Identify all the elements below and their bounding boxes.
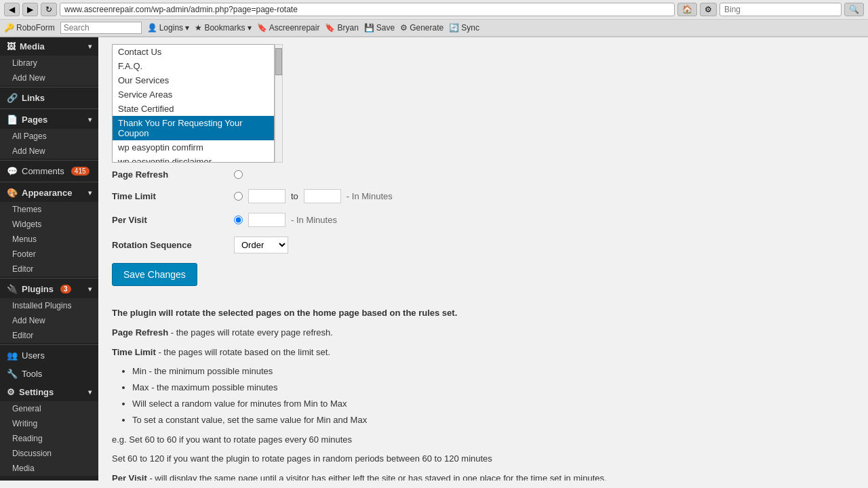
comments-icon: 💬	[7, 166, 18, 176]
sidebar-item-menus[interactable]: Menus	[0, 232, 98, 247]
rotation-sequence-select[interactable]: Order Random	[234, 237, 288, 253]
sidebar-sub-appearance: Themes Widgets Menus Footer Editor	[0, 202, 98, 277]
sidebar-item-comments[interactable]: 💬 Comments 415	[0, 162, 98, 180]
sidebar-sub-media: Library Add New	[0, 56, 98, 85]
generate-icon: ⚙	[400, 23, 408, 33]
sidebar-item-settings[interactable]: ⚙ Settings ▾	[0, 383, 98, 401]
page-refresh-label: Page Refresh	[112, 169, 234, 180]
dropdown-item-easyoptin-comfirm[interactable]: wp easyoptin comfirm	[113, 140, 274, 155]
sidebar-item-users[interactable]: 👥 Users	[0, 346, 98, 365]
time-limit-minutes-label: - In Minutes	[347, 191, 393, 201]
page-refresh-desc-bold: Page Refresh	[112, 327, 168, 338]
dropdown-scrollbar[interactable]	[275, 44, 283, 163]
per-visit-desc-text: - will display the same page until a vis…	[149, 473, 606, 481]
bookmarks-icon: ★	[195, 23, 202, 33]
sidebar-item-add-new-plugin[interactable]: Add New	[0, 313, 98, 328]
sidebar-item-pages[interactable]: 📄 Pages ▾	[0, 110, 98, 129]
refresh-button[interactable]: ↻	[41, 3, 57, 16]
sidebar-item-library[interactable]: Library	[0, 56, 98, 70]
bullet-min: Min - the minimum possible minutes	[132, 365, 854, 379]
address-bar[interactable]	[60, 3, 675, 16]
sidebar-sub-plugins: Installed Plugins Add New Editor	[0, 298, 98, 343]
bm-ascreenrepair[interactable]: 🔖 Ascreenrepair	[257, 23, 320, 33]
page-refresh-desc: Page Refresh - the pages will rotate eve…	[112, 326, 854, 340]
sidebar-item-writing[interactable]: Writing	[0, 416, 98, 431]
sidebar-item-installed-plugins[interactable]: Installed Plugins	[0, 298, 98, 313]
per-visit-desc-bold: Per Visit	[112, 473, 147, 481]
sidebar-item-media-settings[interactable]: Media	[0, 461, 98, 476]
tools-icon: 🔧	[7, 369, 18, 379]
divider-4	[0, 182, 98, 182]
page-dropdown[interactable]: Contact Us F.A.Q. Our Services Service A…	[112, 44, 275, 163]
time-limit-radio[interactable]	[234, 192, 243, 201]
sidebar-item-plugin-editor[interactable]: Editor	[0, 328, 98, 343]
form-area: Page Refresh Time Limit to - In Minutes	[98, 163, 868, 306]
bm-generate[interactable]: ⚙ Generate	[400, 23, 443, 33]
plugins-icon: 🔌	[7, 284, 18, 294]
bm-bryan[interactable]: 🔖 Bryan	[325, 23, 358, 33]
time-limit-label: Time Limit	[112, 191, 234, 201]
divider-5	[0, 278, 98, 279]
scrollbar-thumb	[275, 48, 282, 75]
bullet-max: Max - the maximum possible minutes	[132, 381, 854, 395]
sync-icon: 🔄	[449, 23, 459, 33]
forward-button[interactable]: ▶	[22, 3, 38, 16]
dropdown-item-state-certified[interactable]: State Certified	[113, 102, 274, 116]
plugins-arrow: ▾	[88, 285, 92, 293]
per-visit-input[interactable]	[248, 213, 285, 227]
sidebar-item-general[interactable]: General	[0, 401, 98, 416]
dropdown-item-faq[interactable]: F.A.Q.	[113, 59, 274, 73]
roboform-item[interactable]: 🔑 RoboForm	[4, 23, 55, 33]
sidebar-item-footer[interactable]: Footer	[0, 247, 98, 262]
search-go-button[interactable]: 🔍	[844, 3, 864, 16]
sidebar-item-all-pages[interactable]: All Pages	[0, 129, 98, 144]
sidebar-item-plugins[interactable]: 🔌 Plugins 3 ▾	[0, 280, 98, 298]
sidebar-item-reading[interactable]: Reading	[0, 431, 98, 446]
divider-1	[0, 87, 98, 87]
bm-save[interactable]: 💾 Save	[364, 23, 395, 33]
per-visit-radio[interactable]	[234, 216, 243, 224]
bm-bookmarks[interactable]: ★ Bookmarks ▾	[195, 23, 251, 33]
sidebar-item-appearance[interactable]: 🎨 Appearance ▾	[0, 184, 98, 202]
comments-badge: 415	[71, 167, 90, 176]
bm-logins[interactable]: 👤 Logins ▾	[147, 23, 190, 33]
sidebar-sub-pages: All Pages Add New	[0, 129, 98, 159]
sidebar-item-media[interactable]: 🖼 Media ▾	[0, 37, 98, 56]
time-limit-desc: Time Limit - the pages will rotate based…	[112, 346, 854, 360]
home-button[interactable]: 🏠	[677, 3, 697, 16]
bing-search-input[interactable]	[719, 3, 842, 16]
save-changes-button[interactable]: Save Changes	[112, 263, 197, 286]
page-refresh-row: Page Refresh	[112, 169, 854, 180]
dropdown-item-service-areas[interactable]: Service Areas	[113, 87, 274, 102]
back-button[interactable]: ◀	[4, 3, 20, 16]
divider-3	[0, 160, 98, 161]
time-limit-max-input[interactable]	[304, 189, 341, 203]
bookmarks-bar: 🔑 RoboForm 👤 Logins ▾ ★ Bookmarks ▾ 🔖 As…	[0, 20, 868, 37]
pages-icon: 📄	[7, 115, 18, 125]
time-limit-desc-bold: Time Limit	[112, 347, 156, 357]
ascreenrepair-icon: 🔖	[257, 23, 267, 33]
sidebar-item-links[interactable]: 🔗 Links	[0, 89, 98, 107]
bm-sync[interactable]: 🔄 Sync	[449, 23, 479, 33]
dropdown-item-easyoptin-disclaimer[interactable]: wp easyoptin disclaimer	[113, 155, 274, 163]
dropdown-item-contact-us[interactable]: Contact Us	[113, 45, 274, 59]
sidebar-item-editor[interactable]: Editor	[0, 262, 98, 277]
page-refresh-radio[interactable]	[234, 170, 243, 179]
time-limit-bullets: Min - the minimum possible minutes Max -…	[112, 365, 854, 427]
per-visit-row: Per Visit - In Minutes	[112, 213, 854, 227]
time-limit-min-input[interactable]	[248, 189, 285, 203]
sidebar-item-tools[interactable]: 🔧 Tools	[0, 365, 98, 383]
sidebar-item-themes[interactable]: Themes	[0, 202, 98, 217]
time-limit-control: to - In Minutes	[234, 189, 393, 203]
page-refresh-desc-text: - the pages will rotate every page refre…	[171, 327, 333, 338]
sidebar-item-discussion[interactable]: Discussion	[0, 446, 98, 461]
sidebar-item-widgets[interactable]: Widgets	[0, 217, 98, 232]
sidebar-item-add-new-page[interactable]: Add New	[0, 144, 98, 159]
dropdown-item-thank-you[interactable]: Thank You For Requesting Your Coupon	[113, 116, 274, 140]
roboform-search[interactable]	[60, 22, 142, 34]
description-area: The plugin will rotate the selected page…	[98, 306, 868, 481]
settings-arrow: ▾	[88, 388, 92, 396]
dropdown-item-our-services[interactable]: Our Services	[113, 73, 274, 87]
settings-button[interactable]: ⚙	[700, 3, 717, 16]
sidebar-item-add-new-media[interactable]: Add New	[0, 70, 98, 85]
